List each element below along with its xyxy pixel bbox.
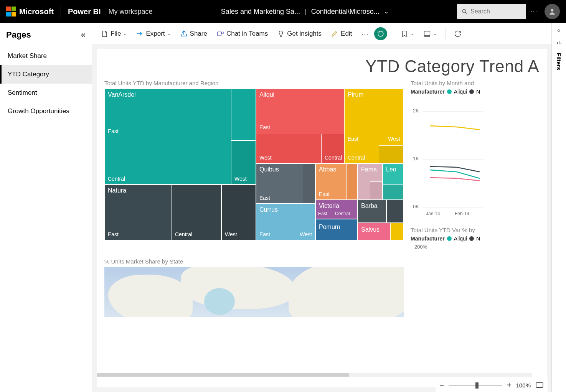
tm-region: West — [388, 136, 400, 142]
treemap-title: Total Units YTD by Manufacturer and Regi… — [104, 80, 404, 86]
tm-region: East — [348, 136, 358, 142]
avatar[interactable] — [545, 4, 560, 19]
line-chart[interactable]: 2K 1K 0K Jan-14 Feb-14 — [411, 97, 483, 216]
tm-region: West — [234, 176, 247, 182]
lightbulb-icon — [277, 30, 285, 38]
chevron-down-icon: ⌄ — [411, 31, 414, 36]
svg-rect-11 — [536, 383, 543, 387]
share-label: Share — [190, 30, 207, 38]
legend-label: Manufacturer — [411, 236, 445, 242]
microsoft-logo: Microsoft — [6, 7, 54, 16]
export-button[interactable]: Export⌄ — [132, 28, 174, 40]
edit-label: Edit — [341, 30, 352, 38]
page-item-growth[interactable]: Growth Opportunities — [0, 102, 92, 120]
line-visual[interactable]: Total Units by Month and Manufacturer Al… — [411, 80, 539, 250]
filters-rail[interactable]: « Filters — [551, 23, 566, 392]
page-item-market-share[interactable]: Market Share — [0, 47, 92, 65]
search-field[interactable] — [470, 8, 521, 15]
fit-page-icon[interactable] — [535, 382, 544, 388]
divider — [392, 28, 392, 39]
more-icon[interactable]: ⋯ — [526, 4, 541, 19]
legend-item: N — [476, 89, 480, 95]
tm-label: Leo — [386, 166, 396, 173]
xtick: Feb-14 — [455, 211, 469, 216]
product-name[interactable]: Power BI — [68, 7, 101, 16]
file-label: File — [111, 30, 121, 38]
tm-region: Central — [348, 155, 365, 161]
more-options-button[interactable]: ⋯ — [357, 27, 373, 41]
report-name[interactable]: Sales and Marketing Sa... — [221, 8, 300, 16]
collapse-icon[interactable]: « — [81, 30, 86, 40]
legend-item: N — [476, 236, 480, 242]
zoom-out-button[interactable]: − — [439, 381, 444, 390]
tm-label: Quibus — [259, 166, 279, 173]
svg-point-5 — [221, 32, 223, 34]
tm-region: East — [318, 211, 327, 216]
report-canvas: YTD Category Trend A Total Units YTD by … — [97, 49, 547, 387]
reset-button[interactable] — [374, 27, 387, 40]
tm-region: West — [259, 155, 272, 161]
file-button[interactable]: File⌄ — [97, 28, 130, 40]
zoom-in-button[interactable]: + — [507, 381, 512, 390]
canvas-area: YTD Category Trend A Total Units YTD by … — [92, 44, 551, 392]
tm-region: Central — [175, 231, 192, 237]
workspace-link[interactable]: My workspace — [109, 8, 153, 16]
tm-label: Victoria — [319, 203, 339, 209]
tm-label: Pomum — [319, 224, 340, 231]
chat-teams-button[interactable]: Chat in Teams — [213, 28, 272, 40]
line-legend: Manufacturer Aliqui N — [411, 89, 539, 95]
map-visual[interactable]: % Units Market Share by State — [104, 258, 404, 317]
tm-region: Central — [335, 211, 350, 216]
chart-icon — [556, 39, 562, 45]
page-item-sentiment[interactable]: Sentiment — [0, 84, 92, 102]
scrollbar-thumb[interactable] — [97, 373, 349, 377]
treemap-chart[interactable]: VanArsdel East Central West Natura — [104, 89, 404, 240]
tm-label: VanArsdel — [108, 91, 136, 98]
legend-dot-icon — [447, 89, 452, 94]
chevron-down-icon: ⌄ — [167, 31, 171, 36]
map-chart[interactable] — [104, 267, 404, 317]
legend-dot-icon — [469, 89, 474, 94]
refresh-button[interactable] — [450, 28, 465, 40]
treemap-visual[interactable]: Total Units YTD by Manufacturer and Regi… — [104, 80, 404, 250]
line-title: Total Units by Month and — [411, 80, 539, 86]
person-icon — [548, 8, 556, 15]
tm-label: Natura — [108, 187, 126, 194]
view-button[interactable]: ⌄ — [419, 28, 441, 40]
sensitivity-label[interactable]: Confidential\Microso... — [311, 8, 380, 16]
zoom-slider[interactable] — [449, 385, 502, 386]
bookmark-button[interactable]: ⌄ — [397, 28, 418, 40]
svg-rect-4 — [217, 32, 221, 36]
insights-button[interactable]: Get insights — [273, 28, 325, 40]
expand-icon[interactable]: « — [557, 27, 561, 34]
tm-region: Central — [108, 176, 125, 182]
horizontal-scrollbar[interactable] — [97, 373, 532, 377]
chat-label: Chat in Teams — [226, 30, 268, 38]
top-header: Microsoft Power BI My workspace Sales an… — [0, 0, 566, 23]
tm-region: East — [259, 231, 270, 237]
tm-region: East — [108, 231, 119, 237]
main-column: File⌄ Export⌄ Share Chat in Teams Get in… — [92, 23, 551, 392]
share-button[interactable]: Share — [176, 28, 211, 40]
legend-label: Manufacturer — [411, 89, 445, 95]
microsoft-logo-icon — [6, 7, 16, 16]
chevron-down-icon: ⌄ — [123, 31, 127, 36]
breadcrumb-separator: | — [305, 8, 307, 16]
edit-button[interactable]: Edit — [327, 28, 356, 40]
zoom-level: 100% — [516, 382, 531, 389]
tm-label: Salvus — [361, 226, 380, 233]
tm-label: Fama — [361, 166, 377, 173]
page-item-ytd-category[interactable]: YTD Category — [0, 65, 92, 84]
share-icon — [180, 30, 188, 38]
filters-label: Filters — [556, 53, 562, 70]
tm-region: East — [108, 128, 119, 134]
tm-region: West — [300, 231, 312, 237]
legend-dot-icon — [469, 236, 474, 241]
var-ytick: 200% — [411, 244, 539, 250]
map-title: % Units Market Share by State — [104, 258, 404, 265]
search-input[interactable] — [457, 4, 526, 19]
chevron-down-icon[interactable]: ⌄ — [384, 8, 389, 15]
refresh-icon — [454, 30, 462, 38]
var-legend: Manufacturer Aliqui N — [411, 236, 539, 242]
svg-rect-6 — [424, 31, 430, 35]
